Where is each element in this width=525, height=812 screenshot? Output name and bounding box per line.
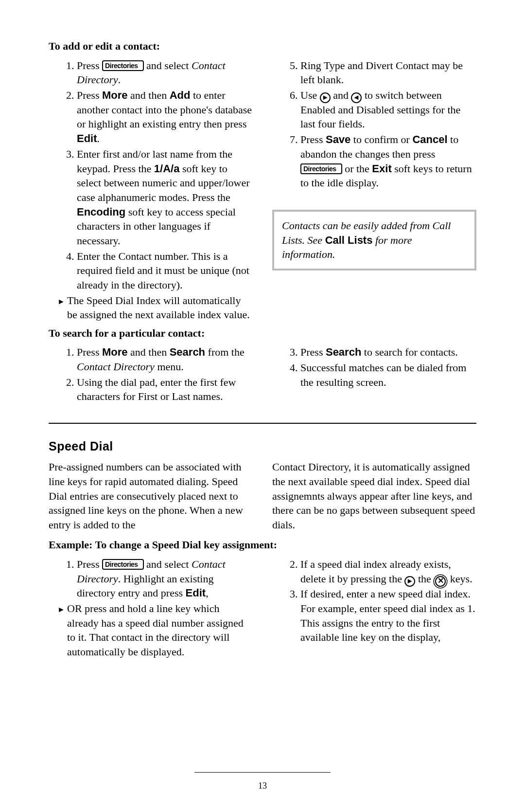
step-arrow-speeddial: The Speed Dial Index will automatically … xyxy=(67,293,253,322)
steps-example-left: Press Directories and select Contact Dir… xyxy=(49,557,253,659)
step-5: Ring Type and Divert Contact may be left… xyxy=(300,58,476,87)
directories-button-icon: Directories xyxy=(102,559,144,570)
search-step-2: Using the dial pad, enter the first few … xyxy=(77,375,253,404)
steps-add-edit-left: Press Directories and select Contact Dir… xyxy=(49,58,253,322)
section3-right: Contact Directory, it is automatically a… xyxy=(272,460,476,528)
steps-example-right: If a speed dial index already exists, de… xyxy=(272,557,476,645)
search-step-1: Press More and then Search from the Cont… xyxy=(77,345,253,374)
step-2: Press More and then Add to enter another… xyxy=(77,88,253,146)
scroll-right-icon: ▸ xyxy=(320,92,331,103)
step-3: Enter first and/or last name from the ke… xyxy=(77,147,253,248)
section3-left: Pre-assigned numbers can be associated w… xyxy=(49,460,253,528)
example-step-2: If a speed dial index already exists, de… xyxy=(300,557,476,586)
step-4: Enter the Contact number. This is a requ… xyxy=(77,249,253,292)
example-arrow: OR press and hold a line key which alrea… xyxy=(67,601,253,659)
delete-key-icon: ✕ xyxy=(435,576,446,587)
section4-right: If a speed dial index already exists, de… xyxy=(272,557,476,679)
heading-add-edit: To add or edit a contact: xyxy=(49,39,476,54)
scroll-right-icon: ▸ xyxy=(404,576,415,587)
example-step-3: If desired, enter a new speed dial index… xyxy=(300,587,476,645)
search-step-3: Press Search to search for contacts. xyxy=(300,345,476,360)
step-7: Press Save to confirm or Cancel to aband… xyxy=(300,132,476,190)
section2-columns: Press More and then Search from the Cont… xyxy=(49,345,476,408)
page: To add or edit a contact: Press Director… xyxy=(0,0,525,812)
section4-columns: Press Directories and select Contact Dir… xyxy=(49,557,476,679)
section4-left: Press Directories and select Contact Dir… xyxy=(49,557,253,679)
section1-left: Press Directories and select Contact Dir… xyxy=(49,58,253,311)
section-divider xyxy=(49,423,476,424)
step-6: Use ▸ and ◂ to switch between Enabled an… xyxy=(300,88,476,131)
directories-button-icon: Directories xyxy=(102,60,144,71)
content: To add or edit a contact: Press Director… xyxy=(49,39,476,679)
scroll-left-icon: ◂ xyxy=(351,92,362,103)
steps-search-right: Press Search to search for contacts. Suc… xyxy=(272,345,476,389)
speed-dial-body-left: Pre-assigned numbers can be associated w… xyxy=(49,460,253,532)
footer-rule xyxy=(194,772,331,773)
section2-left: Press More and then Search from the Cont… xyxy=(49,345,253,408)
section2-right: Press Search to search for contacts. Suc… xyxy=(272,345,476,408)
section3-columns: Pre-assigned numbers can be associated w… xyxy=(49,460,476,528)
tip-box: Contacts can be easily added from Call L… xyxy=(272,210,476,271)
page-number: 13 xyxy=(0,780,525,792)
step-1: Press Directories and select Contact Dir… xyxy=(77,58,253,87)
section1-right: Ring Type and Divert Contact may be left… xyxy=(272,58,476,311)
search-step-4: Successful matches can be dialed from th… xyxy=(300,361,476,389)
speed-dial-body-right: Contact Directory, it is automatically a… xyxy=(272,460,476,532)
steps-search-left: Press More and then Search from the Cont… xyxy=(49,345,253,404)
heading-search: To search for a particular contact: xyxy=(49,326,476,341)
directories-button-icon: Directories xyxy=(300,163,342,174)
heading-example: Example: To change a Speed Dial key assi… xyxy=(49,538,476,552)
heading-speed-dial: Speed Dial xyxy=(49,438,476,455)
steps-add-edit-right: Ring Type and Divert Contact may be left… xyxy=(272,58,476,190)
section1-columns: Press Directories and select Contact Dir… xyxy=(49,58,476,311)
example-step-1: Press Directories and select Contact Dir… xyxy=(77,557,253,600)
